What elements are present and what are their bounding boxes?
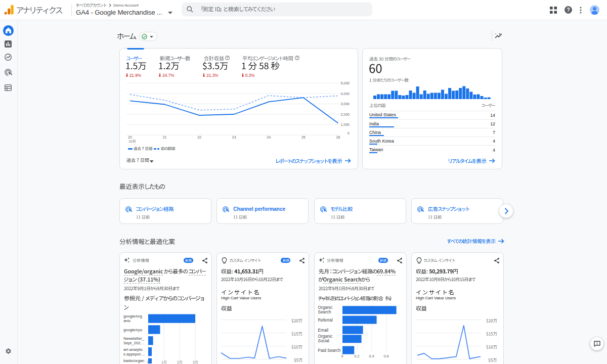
svg-text:?: ? xyxy=(567,7,570,13)
